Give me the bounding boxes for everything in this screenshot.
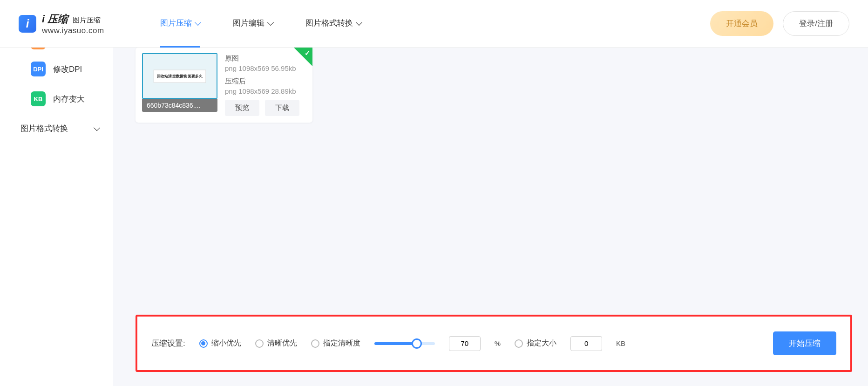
quality-input[interactable]	[449, 336, 481, 351]
preview-button[interactable]: 预览	[225, 100, 259, 116]
main-nav: 图片压缩 图片编辑 图片格式转换	[160, 0, 361, 48]
radio-label: 指定大小	[527, 338, 556, 348]
nav-label: 图片压缩	[160, 18, 192, 28]
sidebar: DPI 修改DPI KB 内存变大 图片格式转换	[0, 48, 113, 386]
vip-button[interactable]: 开通会员	[710, 11, 773, 36]
chevron-down-icon	[356, 19, 362, 25]
download-button[interactable]: 下载	[265, 100, 299, 116]
logo-subtitle: 图片压缩	[73, 16, 101, 24]
radio-icon	[255, 339, 264, 348]
kb-icon: KB	[31, 91, 46, 106]
check-icon	[294, 48, 312, 66]
size-input[interactable]	[570, 336, 602, 351]
quality-slider[interactable]	[374, 342, 435, 345]
settings-label: 压缩设置:	[151, 338, 185, 349]
nav-label: 图片编辑	[233, 18, 264, 28]
chevron-down-icon	[267, 19, 274, 25]
radio-shrink-first[interactable]: 缩小优先	[199, 338, 241, 348]
file-card: 回收站清空数据恢复要多久 660b73c84c836.... 原图 png 10…	[136, 48, 312, 123]
sidebar-item-label: 修改DPI	[53, 64, 82, 75]
start-compress-button[interactable]: 开始压缩	[773, 331, 836, 355]
chevron-down-icon	[195, 19, 201, 25]
sidebar-item-cutoff[interactable]	[0, 48, 113, 54]
slider-thumb[interactable]	[412, 338, 422, 349]
header: i i 压缩 图片压缩 www.iyasuo.com 图片压缩 图片编辑 图片格…	[0, 0, 868, 48]
nav-image-edit[interactable]: 图片编辑	[233, 0, 273, 48]
nav-label: 图片格式转换	[305, 18, 353, 28]
nav-image-compress[interactable]: 图片压缩	[160, 0, 200, 48]
logo-icon: i	[19, 15, 36, 33]
sidebar-item-dpi[interactable]: DPI 修改DPI	[0, 54, 113, 84]
thumbnail[interactable]: 回收站清空数据恢复要多久	[142, 53, 217, 99]
filename: 660b73c84c836....	[142, 99, 217, 112]
radio-size[interactable]: 指定大小	[515, 338, 556, 348]
sidebar-item-memory[interactable]: KB 内存变大	[0, 84, 113, 114]
sidebar-item-label: 内存变大	[53, 94, 85, 104]
thumb-text: 回收站清空数据恢复要多久	[157, 73, 203, 78]
sidebar-group-format[interactable]: 图片格式转换	[0, 114, 113, 143]
radio-clear-first[interactable]: 清晰优先	[255, 338, 297, 348]
slider-fill	[374, 342, 417, 345]
radio-label: 清晰优先	[267, 338, 297, 348]
logo-block[interactable]: i i 压缩 图片压缩 www.iyasuo.com	[19, 12, 104, 35]
radio-icon	[515, 339, 523, 348]
sidebar-group-label: 图片格式转换	[20, 123, 68, 134]
radio-quality[interactable]: 指定清晰度	[311, 338, 360, 348]
chevron-down-icon	[94, 124, 100, 131]
compressed-label: 压缩后	[225, 77, 306, 86]
nav-image-format[interactable]: 图片格式转换	[305, 0, 361, 48]
login-button[interactable]: 登录/注册	[783, 11, 849, 36]
compressed-info: png 1098x569 28.89kb	[225, 87, 306, 95]
size-unit: KB	[616, 339, 625, 347]
radio-label: 指定清晰度	[323, 338, 360, 348]
sidebar-icon	[31, 48, 46, 49]
radio-icon	[199, 339, 208, 348]
radio-label: 缩小优先	[211, 338, 241, 348]
main-panel: 回收站清空数据恢复要多久 660b73c84c836.... 原图 png 10…	[113, 48, 868, 386]
quality-unit: %	[495, 339, 501, 347]
radio-icon	[311, 339, 319, 348]
logo-title: i 压缩	[42, 13, 68, 25]
compress-settings: 压缩设置: 缩小优先 清晰优先 指定清晰度 %	[136, 315, 852, 372]
dpi-icon: DPI	[31, 62, 46, 76]
logo-url: www.iyasuo.com	[42, 26, 104, 35]
